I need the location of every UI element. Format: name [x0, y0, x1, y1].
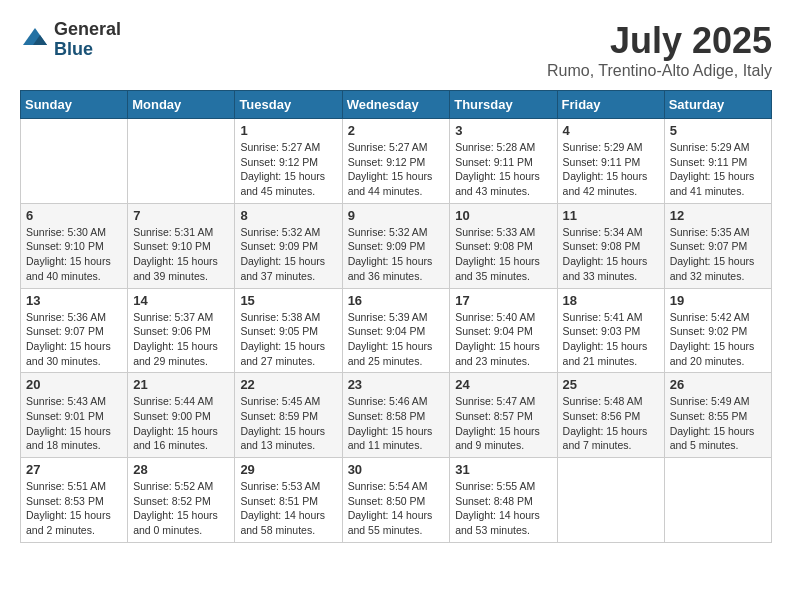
- calendar-cell: [128, 119, 235, 204]
- location-subtitle: Rumo, Trentino-Alto Adige, Italy: [547, 62, 772, 80]
- day-number: 17: [455, 293, 551, 308]
- calendar-cell: 2Sunrise: 5:27 AM Sunset: 9:12 PM Daylig…: [342, 119, 450, 204]
- page-header: General Blue July 2025 Rumo, Trentino-Al…: [20, 20, 772, 80]
- day-number: 30: [348, 462, 445, 477]
- day-number: 23: [348, 377, 445, 392]
- day-number: 24: [455, 377, 551, 392]
- calendar-cell: 11Sunrise: 5:34 AM Sunset: 9:08 PM Dayli…: [557, 203, 664, 288]
- day-number: 25: [563, 377, 659, 392]
- day-info: Sunrise: 5:53 AM Sunset: 8:51 PM Dayligh…: [240, 479, 336, 538]
- logo: General Blue: [20, 20, 121, 60]
- calendar-cell: 24Sunrise: 5:47 AM Sunset: 8:57 PM Dayli…: [450, 373, 557, 458]
- day-number: 3: [455, 123, 551, 138]
- day-number: 15: [240, 293, 336, 308]
- day-info: Sunrise: 5:35 AM Sunset: 9:07 PM Dayligh…: [670, 225, 766, 284]
- day-number: 19: [670, 293, 766, 308]
- logo-icon: [20, 25, 50, 55]
- calendar-cell: 29Sunrise: 5:53 AM Sunset: 8:51 PM Dayli…: [235, 458, 342, 543]
- calendar-cell: 21Sunrise: 5:44 AM Sunset: 9:00 PM Dayli…: [128, 373, 235, 458]
- calendar-cell: 16Sunrise: 5:39 AM Sunset: 9:04 PM Dayli…: [342, 288, 450, 373]
- day-number: 8: [240, 208, 336, 223]
- calendar-cell: 18Sunrise: 5:41 AM Sunset: 9:03 PM Dayli…: [557, 288, 664, 373]
- calendar-cell: 30Sunrise: 5:54 AM Sunset: 8:50 PM Dayli…: [342, 458, 450, 543]
- calendar-cell: 6Sunrise: 5:30 AM Sunset: 9:10 PM Daylig…: [21, 203, 128, 288]
- day-header-monday: Monday: [128, 91, 235, 119]
- day-info: Sunrise: 5:52 AM Sunset: 8:52 PM Dayligh…: [133, 479, 229, 538]
- calendar-cell: 14Sunrise: 5:37 AM Sunset: 9:06 PM Dayli…: [128, 288, 235, 373]
- day-info: Sunrise: 5:40 AM Sunset: 9:04 PM Dayligh…: [455, 310, 551, 369]
- day-number: 11: [563, 208, 659, 223]
- day-number: 13: [26, 293, 122, 308]
- day-info: Sunrise: 5:55 AM Sunset: 8:48 PM Dayligh…: [455, 479, 551, 538]
- logo-general: General: [54, 20, 121, 40]
- day-info: Sunrise: 5:37 AM Sunset: 9:06 PM Dayligh…: [133, 310, 229, 369]
- day-info: Sunrise: 5:29 AM Sunset: 9:11 PM Dayligh…: [670, 140, 766, 199]
- day-info: Sunrise: 5:48 AM Sunset: 8:56 PM Dayligh…: [563, 394, 659, 453]
- calendar-cell: 26Sunrise: 5:49 AM Sunset: 8:55 PM Dayli…: [664, 373, 771, 458]
- calendar-week-1: 1Sunrise: 5:27 AM Sunset: 9:12 PM Daylig…: [21, 119, 772, 204]
- calendar-cell: 8Sunrise: 5:32 AM Sunset: 9:09 PM Daylig…: [235, 203, 342, 288]
- day-info: Sunrise: 5:36 AM Sunset: 9:07 PM Dayligh…: [26, 310, 122, 369]
- day-number: 7: [133, 208, 229, 223]
- logo-text: General Blue: [54, 20, 121, 60]
- day-header-wednesday: Wednesday: [342, 91, 450, 119]
- day-info: Sunrise: 5:42 AM Sunset: 9:02 PM Dayligh…: [670, 310, 766, 369]
- day-info: Sunrise: 5:27 AM Sunset: 9:12 PM Dayligh…: [240, 140, 336, 199]
- day-number: 12: [670, 208, 766, 223]
- day-number: 21: [133, 377, 229, 392]
- calendar-cell: 7Sunrise: 5:31 AM Sunset: 9:10 PM Daylig…: [128, 203, 235, 288]
- month-title: July 2025: [547, 20, 772, 62]
- calendar-cell: 12Sunrise: 5:35 AM Sunset: 9:07 PM Dayli…: [664, 203, 771, 288]
- calendar-cell: 20Sunrise: 5:43 AM Sunset: 9:01 PM Dayli…: [21, 373, 128, 458]
- day-info: Sunrise: 5:45 AM Sunset: 8:59 PM Dayligh…: [240, 394, 336, 453]
- day-info: Sunrise: 5:41 AM Sunset: 9:03 PM Dayligh…: [563, 310, 659, 369]
- calendar-cell: 31Sunrise: 5:55 AM Sunset: 8:48 PM Dayli…: [450, 458, 557, 543]
- day-info: Sunrise: 5:47 AM Sunset: 8:57 PM Dayligh…: [455, 394, 551, 453]
- calendar-cell: 5Sunrise: 5:29 AM Sunset: 9:11 PM Daylig…: [664, 119, 771, 204]
- logo-blue: Blue: [54, 40, 121, 60]
- calendar-header-row: SundayMondayTuesdayWednesdayThursdayFrid…: [21, 91, 772, 119]
- calendar-cell: 28Sunrise: 5:52 AM Sunset: 8:52 PM Dayli…: [128, 458, 235, 543]
- day-info: Sunrise: 5:28 AM Sunset: 9:11 PM Dayligh…: [455, 140, 551, 199]
- calendar-week-3: 13Sunrise: 5:36 AM Sunset: 9:07 PM Dayli…: [21, 288, 772, 373]
- title-block: July 2025 Rumo, Trentino-Alto Adige, Ita…: [547, 20, 772, 80]
- calendar-cell: [664, 458, 771, 543]
- day-info: Sunrise: 5:43 AM Sunset: 9:01 PM Dayligh…: [26, 394, 122, 453]
- day-number: 10: [455, 208, 551, 223]
- day-number: 20: [26, 377, 122, 392]
- calendar-cell: 25Sunrise: 5:48 AM Sunset: 8:56 PM Dayli…: [557, 373, 664, 458]
- day-info: Sunrise: 5:38 AM Sunset: 9:05 PM Dayligh…: [240, 310, 336, 369]
- day-header-sunday: Sunday: [21, 91, 128, 119]
- day-number: 6: [26, 208, 122, 223]
- day-number: 9: [348, 208, 445, 223]
- day-number: 2: [348, 123, 445, 138]
- day-number: 4: [563, 123, 659, 138]
- calendar-cell: 17Sunrise: 5:40 AM Sunset: 9:04 PM Dayli…: [450, 288, 557, 373]
- day-number: 29: [240, 462, 336, 477]
- day-info: Sunrise: 5:27 AM Sunset: 9:12 PM Dayligh…: [348, 140, 445, 199]
- day-header-thursday: Thursday: [450, 91, 557, 119]
- day-number: 27: [26, 462, 122, 477]
- calendar-cell: 4Sunrise: 5:29 AM Sunset: 9:11 PM Daylig…: [557, 119, 664, 204]
- calendar-cell: 15Sunrise: 5:38 AM Sunset: 9:05 PM Dayli…: [235, 288, 342, 373]
- calendar-cell: 9Sunrise: 5:32 AM Sunset: 9:09 PM Daylig…: [342, 203, 450, 288]
- calendar-week-4: 20Sunrise: 5:43 AM Sunset: 9:01 PM Dayli…: [21, 373, 772, 458]
- calendar-cell: [21, 119, 128, 204]
- day-info: Sunrise: 5:30 AM Sunset: 9:10 PM Dayligh…: [26, 225, 122, 284]
- day-info: Sunrise: 5:44 AM Sunset: 9:00 PM Dayligh…: [133, 394, 229, 453]
- day-info: Sunrise: 5:33 AM Sunset: 9:08 PM Dayligh…: [455, 225, 551, 284]
- calendar-week-5: 27Sunrise: 5:51 AM Sunset: 8:53 PM Dayli…: [21, 458, 772, 543]
- day-info: Sunrise: 5:39 AM Sunset: 9:04 PM Dayligh…: [348, 310, 445, 369]
- calendar-cell: 19Sunrise: 5:42 AM Sunset: 9:02 PM Dayli…: [664, 288, 771, 373]
- day-info: Sunrise: 5:32 AM Sunset: 9:09 PM Dayligh…: [240, 225, 336, 284]
- day-number: 31: [455, 462, 551, 477]
- day-info: Sunrise: 5:31 AM Sunset: 9:10 PM Dayligh…: [133, 225, 229, 284]
- calendar-cell: 3Sunrise: 5:28 AM Sunset: 9:11 PM Daylig…: [450, 119, 557, 204]
- day-number: 5: [670, 123, 766, 138]
- calendar-cell: [557, 458, 664, 543]
- calendar-cell: 27Sunrise: 5:51 AM Sunset: 8:53 PM Dayli…: [21, 458, 128, 543]
- day-info: Sunrise: 5:49 AM Sunset: 8:55 PM Dayligh…: [670, 394, 766, 453]
- calendar-cell: 13Sunrise: 5:36 AM Sunset: 9:07 PM Dayli…: [21, 288, 128, 373]
- day-header-saturday: Saturday: [664, 91, 771, 119]
- calendar-table: SundayMondayTuesdayWednesdayThursdayFrid…: [20, 90, 772, 543]
